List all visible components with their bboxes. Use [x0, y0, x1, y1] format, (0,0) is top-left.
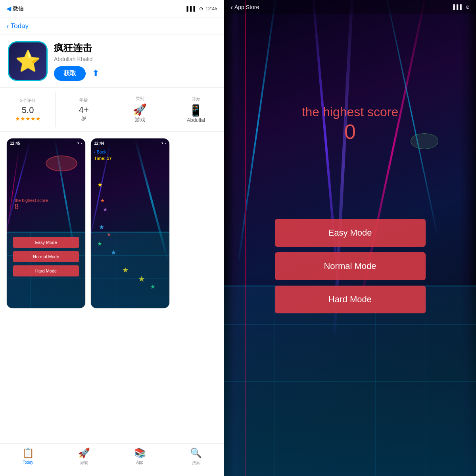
time-display: 12:45: [205, 6, 217, 12]
rp-easy-mode-btn[interactable]: Easy Mode: [275, 219, 426, 247]
ss-status-1: 12:45 ▾ ▪: [7, 138, 85, 148]
rp-grid-v3: [375, 286, 376, 476]
today-label: Today: [23, 460, 33, 464]
score-number-1: 8: [15, 203, 48, 211]
apps-icon: 📚: [134, 447, 146, 459]
stat-age: 年龄 4+ 岁: [56, 92, 112, 127]
app-info: 疯狂连击 Abdullah Khalid 获取 ⬆: [54, 42, 216, 81]
rp-signal-icon: ▌▌▌: [453, 4, 463, 10]
battery-ss-icon: ▪: [81, 141, 82, 145]
appstore-chevron: ‹: [230, 3, 233, 12]
wifi-ss-icon-2: ▾: [161, 141, 163, 145]
stat-label-category: 类别: [136, 96, 144, 102]
today-icon: 📋: [22, 447, 34, 459]
rp-grid-v4: [426, 286, 426, 476]
app-name: 疯狂连击: [54, 42, 216, 54]
mode-buttons-1: Easy Mode Normal Mode Hard Mode: [7, 237, 85, 276]
app-icon-star: ⭐: [15, 49, 41, 73]
star-purple-1: ★: [103, 206, 108, 213]
rp-score-number: 0: [302, 119, 399, 144]
tab-today[interactable]: 📋 Today: [0, 447, 56, 464]
nav-bar: ‹ Today: [0, 17, 224, 35]
screenshots-area: the highest score 8 Easy Mode Normal Mod…: [0, 132, 224, 443]
stat-sub-category: 游戏: [135, 116, 145, 123]
screenshot-1: the highest score 8 Easy Mode Normal Mod…: [6, 138, 86, 309]
ss-status-2: 12:44 ▾ ▪: [91, 138, 169, 148]
normal-mode-btn-1[interactable]: Normal Mode: [13, 251, 79, 262]
score-overlay-1: the highest score 8: [15, 198, 48, 211]
rp-spaceship: [411, 133, 438, 149]
stat-value-age: 4+: [79, 105, 89, 115]
chevron-left-icon: ‹: [6, 21, 9, 31]
star-blue-1: ★: [99, 223, 104, 231]
rp-mode-buttons: Easy Mode Normal Mode Hard Mode: [275, 219, 426, 313]
screenshot-2: ★ ★ ★ ★ ★ ★ ★ ★ ★ ★ 12:44: [90, 138, 170, 309]
stat-value-ratings: 5.0: [22, 105, 34, 115]
star-orange-1: ★: [100, 198, 105, 203]
ss-time-2: 12:44: [94, 141, 104, 146]
left-panel: ◀ 微信 ▌▌▌ ⊙ 12:45 ‹ Today ⭐ 疯狂连击 Abdullah…: [0, 0, 224, 476]
game-scene-2: ★ ★ ★ ★ ★ ★ ★ ★ ★ ★ 12:44: [91, 138, 169, 308]
star-yellow-1: ★: [97, 181, 103, 188]
games-icon: 🚀: [78, 447, 90, 459]
grid-line-2h2: [91, 278, 169, 278]
stat-ratings: 2个评分 5.0 ★★★★★: [0, 92, 56, 127]
grid-line-2h1: [91, 255, 169, 256]
rp-grid-h2: [224, 381, 476, 382]
wifi-ss-icon: ▾: [77, 141, 79, 145]
planet-object: [46, 155, 77, 171]
carrier-label: ◀ 微信: [6, 5, 24, 12]
rp-hard-mode-btn[interactable]: Hard Mode: [275, 286, 426, 313]
rp-wifi-icon: ⊙: [466, 4, 470, 10]
ss-time-1: 12:45: [10, 141, 20, 146]
ss2-timer: Time: 17: [94, 156, 111, 161]
grid-line-2: [7, 278, 85, 278]
wifi-icon: ⊙: [199, 6, 203, 12]
back-button[interactable]: ‹ Today: [6, 21, 29, 31]
floor-2: [91, 232, 169, 308]
appstore-back-btn[interactable]: ‹ App Store: [230, 3, 259, 12]
grid-line-2v1: [117, 232, 117, 308]
rocket-icon: 🚀: [133, 103, 147, 116]
get-button[interactable]: 获取: [54, 66, 86, 81]
tab-search[interactable]: 🔍 搜索: [168, 447, 224, 466]
back-label: Today: [11, 22, 29, 30]
stat-label-age: 年龄: [79, 97, 88, 103]
search-icon: 🔍: [190, 447, 202, 459]
hard-mode-btn-1[interactable]: Hard Mode: [13, 265, 79, 276]
stat-label-developer: 开发: [192, 96, 200, 102]
app-actions: 获取 ⬆: [54, 66, 216, 81]
games-label: 游戏: [80, 460, 88, 466]
battery-ss-icon-2: ▪: [165, 141, 166, 145]
back-arrow-wechat: ◀: [6, 5, 11, 12]
stats-row: 2个评分 5.0 ★★★★★ 年龄 4+ 岁 类别 🚀 游戏 开发 📱 Abdu…: [0, 88, 224, 132]
easy-mode-btn-1[interactable]: Easy Mode: [13, 237, 79, 248]
rp-status-icons: ▌▌▌ ⊙: [453, 4, 470, 10]
stat-category: 类别 🚀 游戏: [112, 92, 168, 127]
right-status-bar: ‹ App Store ▌▌▌ ⊙: [224, 0, 476, 14]
rp-grid-v1: [274, 286, 275, 476]
app-icon: ⭐: [8, 41, 48, 81]
rp-normal-mode-btn[interactable]: Normal Mode: [275, 252, 426, 280]
tab-games[interactable]: 🚀 游戏: [56, 447, 112, 466]
tab-apps[interactable]: 📚 App: [112, 447, 168, 464]
tab-bar: 📋 Today 🚀 游戏 📚 App 🔍 搜索: [0, 443, 224, 476]
status-bar-left: ◀ 微信 ▌▌▌ ⊙ 12:45: [0, 0, 224, 17]
rp-grid-v2: [325, 286, 325, 476]
app-header: ⭐ 疯狂连击 Abdullah Khalid 获取 ⬆: [0, 35, 224, 88]
rp-grid-h1: [224, 324, 476, 325]
status-indicators: ▌▌▌ ⊙ 12:45: [186, 6, 217, 12]
signal-icon: ▌▌▌: [186, 6, 197, 12]
search-label: 搜索: [192, 460, 200, 466]
right-panel: ‹ App Store ▌▌▌ ⊙ the highest score 0 Ea…: [224, 0, 476, 476]
game-scene-1: the highest score 8 Easy Mode Normal Mod…: [7, 138, 85, 308]
app-developer: Abdullah Khalid: [54, 56, 216, 62]
share-button[interactable]: ⬆: [92, 68, 99, 79]
ss2-back: ‹ Back: [94, 150, 106, 154]
appstore-label: App Store: [234, 4, 259, 10]
score-label-1: the highest score: [15, 198, 48, 203]
stat-sub-age: 岁: [81, 115, 86, 122]
stat-developer: 开发 📱 Abdullal: [168, 92, 224, 127]
rp-score-overlay: the highest score 0: [302, 105, 399, 144]
ss-icons-1: ▾ ▪: [77, 141, 82, 145]
